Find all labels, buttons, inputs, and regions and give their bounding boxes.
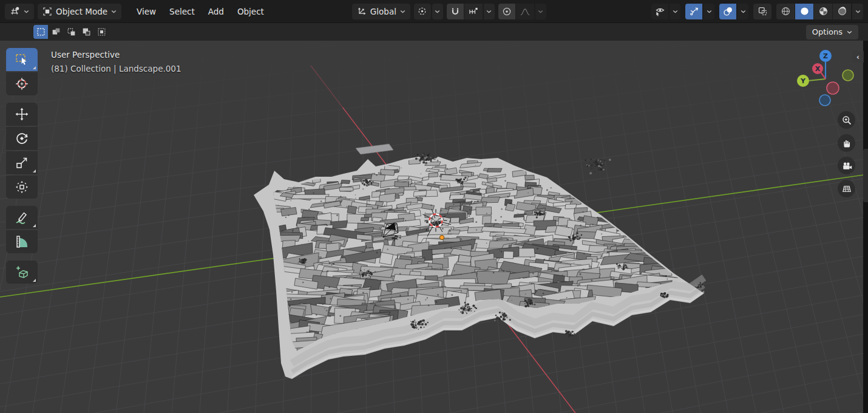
object-visibility-dropdown[interactable] bbox=[651, 4, 668, 19]
sidebar-toggle[interactable]: ‹ bbox=[852, 51, 864, 63]
shading-wireframe-button[interactable] bbox=[776, 4, 795, 19]
xray-icon bbox=[758, 6, 768, 16]
chevron-down-icon bbox=[741, 10, 746, 13]
chevron-down-icon bbox=[847, 30, 852, 34]
menu-select[interactable]: Select bbox=[163, 4, 202, 19]
select-mode-invert[interactable] bbox=[79, 25, 93, 39]
chevron-down-icon bbox=[24, 10, 29, 13]
3d-cursor-icon bbox=[15, 77, 29, 91]
select-invert-icon bbox=[82, 27, 91, 36]
transform-icon bbox=[15, 180, 29, 194]
zoom-button[interactable] bbox=[838, 111, 855, 129]
perspective-toggle-button[interactable] bbox=[838, 180, 855, 197]
hand-icon bbox=[841, 138, 852, 149]
blender-window: Object Mode View Select Add Object Globa… bbox=[0, 0, 868, 413]
tool-measure[interactable] bbox=[6, 230, 38, 253]
select-box-icon bbox=[15, 52, 29, 67]
proportional-falloff-button[interactable] bbox=[516, 4, 534, 19]
tool-rotate[interactable] bbox=[6, 127, 38, 150]
snap-increment-icon bbox=[468, 6, 478, 16]
overlays-chevron[interactable] bbox=[737, 4, 748, 19]
pivot-point-dropdown[interactable] bbox=[414, 4, 431, 19]
orientation-axes-icon bbox=[357, 7, 367, 16]
chevron-down-icon bbox=[486, 10, 492, 13]
shading-solid-button[interactable] bbox=[795, 4, 813, 19]
menu-add[interactable]: Add bbox=[202, 4, 231, 19]
editor-type-button[interactable] bbox=[5, 4, 34, 19]
visibility-chevron[interactable] bbox=[670, 4, 680, 19]
snap-toggle[interactable] bbox=[447, 4, 464, 19]
menu-view[interactable]: View bbox=[130, 4, 163, 19]
falloff-chevron[interactable] bbox=[535, 4, 546, 19]
solid-sphere-icon bbox=[799, 6, 810, 16]
tool-move[interactable] bbox=[6, 103, 38, 126]
view-perspective-label: User Perspective bbox=[51, 48, 181, 62]
svg-text:X: X bbox=[815, 65, 821, 73]
shading-rendered-button[interactable] bbox=[833, 4, 851, 19]
falloff-curve-icon bbox=[520, 7, 531, 16]
gizmo-chevron[interactable] bbox=[704, 4, 714, 19]
proportional-editing-toggle[interactable] bbox=[498, 4, 515, 19]
tool-annotate[interactable] bbox=[6, 206, 38, 229]
snap-target-button[interactable] bbox=[464, 4, 483, 19]
select-mode-set[interactable] bbox=[33, 25, 48, 39]
scale-icon bbox=[15, 155, 29, 170]
zoom-icon bbox=[841, 115, 852, 126]
transform-orientation-dropdown[interactable]: Global bbox=[352, 4, 410, 19]
rotate-icon bbox=[15, 131, 29, 146]
tool-cursor[interactable] bbox=[6, 72, 38, 95]
active-collection-label: (81) Collection | Landscape.001 bbox=[51, 62, 181, 76]
options-label: Options bbox=[812, 27, 843, 36]
select-mode-intersect[interactable] bbox=[94, 25, 109, 39]
mode-label: Object Mode bbox=[56, 7, 107, 16]
measure-icon bbox=[15, 234, 29, 249]
pivot-point-icon bbox=[417, 6, 427, 16]
chevron-down-icon bbox=[400, 10, 405, 13]
camera-icon bbox=[841, 160, 852, 171]
shading-material-button[interactable] bbox=[814, 4, 832, 19]
show-overlays-toggle[interactable] bbox=[719, 4, 736, 19]
chevron-down-icon bbox=[538, 10, 543, 13]
tool-add-cube[interactable] bbox=[6, 261, 38, 284]
svg-text:Y: Y bbox=[800, 77, 806, 85]
mode-dropdown[interactable]: Object Mode bbox=[38, 4, 121, 19]
gizmo-arrow-icon bbox=[689, 6, 699, 16]
tool-scale[interactable] bbox=[6, 151, 38, 174]
svg-text:Z: Z bbox=[823, 52, 828, 60]
overlays-icon bbox=[723, 6, 733, 16]
navigation-gizmo[interactable]: ZXY bbox=[789, 44, 862, 111]
toolbar bbox=[6, 48, 38, 284]
options-dropdown[interactable]: Options bbox=[806, 25, 858, 39]
object-mode-icon bbox=[42, 7, 52, 16]
tool-settings-bar: Options bbox=[0, 22, 868, 41]
chevron-down-icon bbox=[111, 10, 117, 13]
move-icon bbox=[15, 107, 29, 121]
xray-toggle[interactable] bbox=[753, 4, 771, 19]
viewport-info-text: User Perspective (81) Collection | Lands… bbox=[51, 48, 181, 76]
tool-select-box[interactable] bbox=[6, 48, 38, 71]
chevron-down-icon bbox=[707, 10, 712, 13]
select-mode-subtract[interactable] bbox=[64, 25, 78, 39]
snap-chevron[interactable] bbox=[484, 4, 495, 19]
shading-chevron[interactable] bbox=[852, 4, 863, 19]
tool-transform[interactable] bbox=[6, 176, 38, 199]
show-gizmo-toggle[interactable] bbox=[685, 4, 702, 19]
editor-divider[interactable] bbox=[863, 22, 868, 413]
divider-handle[interactable] bbox=[863, 149, 868, 202]
proportional-editing-icon bbox=[502, 7, 512, 16]
orthographic-grid-icon bbox=[841, 183, 852, 194]
menu-object[interactable]: Object bbox=[231, 4, 271, 19]
chevron-down-icon bbox=[673, 10, 678, 13]
shading-mode-group bbox=[776, 4, 863, 19]
camera-view-button[interactable] bbox=[838, 157, 855, 174]
editor-3d-viewport-icon bbox=[10, 6, 20, 16]
select-mode-group bbox=[33, 25, 109, 39]
select-mode-extend[interactable] bbox=[49, 25, 63, 39]
chevron-down-icon bbox=[855, 10, 861, 13]
pan-button[interactable] bbox=[838, 134, 855, 152]
magnet-icon bbox=[450, 7, 460, 16]
add-cube-icon bbox=[15, 265, 29, 279]
annotate-icon bbox=[15, 210, 29, 225]
eye-cursor-icon bbox=[654, 6, 666, 16]
pivot-chevron[interactable] bbox=[432, 4, 443, 19]
